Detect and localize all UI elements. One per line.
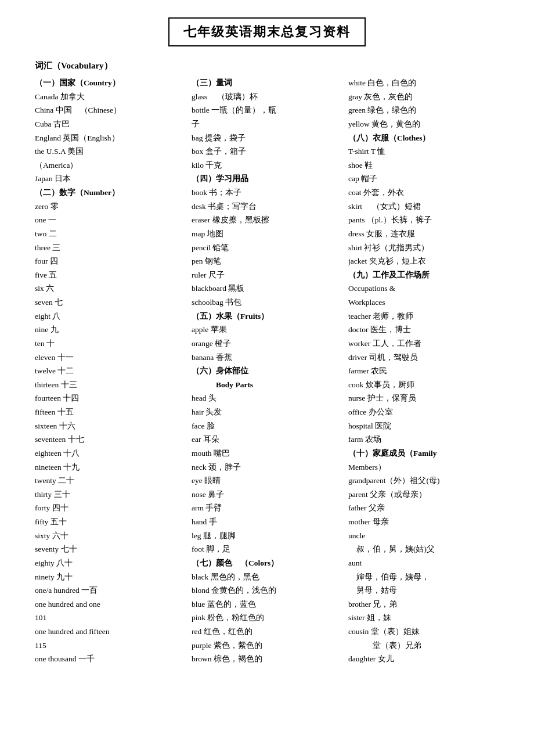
vocab-line: farm 农场 xyxy=(348,433,499,447)
vocab-line: desk 书桌；写字台 xyxy=(192,200,342,214)
content-columns: （一）国家（Country）Canada 加拿大China 中国 （Chines… xyxy=(35,76,499,666)
vocab-line: six 六 xyxy=(35,282,186,296)
vocab-line: eighty 八十 xyxy=(35,556,186,570)
vocab-line: 舅母，姑母 xyxy=(348,584,499,597)
sub-header: （六）身体部位 xyxy=(192,364,342,378)
vocab-line: green 绿色，绿色的 xyxy=(348,103,499,117)
vocab-line: nose 鼻子 xyxy=(192,488,342,502)
vocab-line: blond 金黄色的，浅色的 xyxy=(192,584,342,597)
vocab-line: fourteen 十四 xyxy=(35,391,186,405)
vocab-line: fifty 五十 xyxy=(35,515,186,529)
vocab-line: brother 兄，弟 xyxy=(348,597,499,611)
page-title: 七年级英语期末总复习资料 xyxy=(168,17,366,46)
vocab-line: ear 耳朵 xyxy=(192,433,342,447)
vocab-line: ninety 九十 xyxy=(35,570,186,584)
sub-header: （五）水果（Fruits） xyxy=(192,309,342,323)
vocab-line: zero 零 xyxy=(35,200,186,214)
vocab-line: blue 蓝色的，蓝色 xyxy=(192,597,342,611)
vocab-line: seventeen 十七 xyxy=(35,433,186,447)
sub-header: （一）国家（Country） xyxy=(35,76,186,90)
vocab-line: gray 灰色，灰色的 xyxy=(348,90,499,104)
vocab-line: thirteen 十三 xyxy=(35,378,186,392)
vocab-line: 子 xyxy=(192,117,342,131)
vocab-line: schoolbag 书包 xyxy=(192,296,342,309)
vocab-line: Japan 日本 xyxy=(35,172,186,186)
vocab-line: parent 父亲（或母亲） xyxy=(348,488,499,502)
vocab-line: nineteen 十九 xyxy=(35,460,186,474)
vocab-line: doctor 医生，博士 xyxy=(348,323,499,337)
vocab-line: bag 提袋，袋子 xyxy=(192,131,342,145)
vocab-line: aunt xyxy=(348,556,499,570)
sub-header: （二）数字（Number） xyxy=(35,186,186,200)
vocab-line: hospital 医院 xyxy=(348,419,499,433)
vocab-line: 叔，伯，舅，姨(姑)父 xyxy=(348,542,499,556)
vocab-line: daughter 女儿 xyxy=(348,652,499,666)
vocab-line: head 头 xyxy=(192,391,342,405)
vocab-line: eighteen 十八 xyxy=(35,447,186,460)
vocab-line: pink 粉色，粉红色的 xyxy=(192,611,342,625)
vocab-line: Members） xyxy=(348,460,499,474)
vocab-line: map 地图 xyxy=(192,227,342,241)
vocab-line: eye 眼睛 xyxy=(192,474,342,488)
vocab-line: father 父亲 xyxy=(348,501,499,515)
vocab-line: cap 帽子 xyxy=(348,172,499,186)
vocab-line: mouth 嘴巴 xyxy=(192,447,342,460)
vocab-line: farmer 农民 xyxy=(348,364,499,378)
vocab-line: hand 手 xyxy=(192,515,342,529)
vocab-line: pants （pl.）长裤，裤子 xyxy=(348,213,499,227)
vocab-line: nurse 护士，保育员 xyxy=(348,391,499,405)
sub-header: （九）工作及工作场所 xyxy=(348,268,499,282)
vocab-line: hair 头发 xyxy=(192,405,342,419)
vocab-line: box 盒子，箱子 xyxy=(192,145,342,159)
vocab-line: one/a hundred 一百 xyxy=(35,584,186,597)
vocab-line: England 英国（English） xyxy=(35,131,186,145)
vocab-line: sixty 六十 xyxy=(35,529,186,543)
vocab-line: eraser 橡皮擦，黑板擦 xyxy=(192,213,342,227)
vocab-line: the U.S.A 美国 xyxy=(35,145,186,159)
vocab-line: orange 橙子 xyxy=(192,337,342,351)
vocab-line: Occupations & xyxy=(348,282,499,296)
vocab-line: office 办公室 xyxy=(348,405,499,419)
vocab-line: ten 十 xyxy=(35,337,186,351)
vocab-line: one hundred and fifteen xyxy=(35,625,186,639)
vocab-line: shirt 衬衫（尤指男式） xyxy=(348,241,499,255)
vocab-line: forty 四十 xyxy=(35,501,186,515)
vocab-line: red 红色，红色的 xyxy=(192,625,342,639)
column-1: （一）国家（Country）Canada 加拿大China 中国 （Chines… xyxy=(35,76,192,666)
column-2: （三）量词glass （玻璃）杯bottle 一瓶（的量），瓶子bag 提袋，袋… xyxy=(192,76,348,666)
vocab-line: bottle 一瓶（的量），瓶 xyxy=(192,103,342,117)
vocab-line: apple 苹果 xyxy=(192,323,342,337)
vocab-line: black 黑色的，黑色 xyxy=(192,570,342,584)
vocab-line: sixteen 十六 xyxy=(35,419,186,433)
vocab-line: eleven 十一 xyxy=(35,351,186,365)
vocab-line: teacher 老师，教师 xyxy=(348,309,499,323)
vocab-line: pencil 铅笔 xyxy=(192,241,342,255)
vocab-line: grandparent（外）祖父(母) xyxy=(348,474,499,488)
vocab-line: brown 棕色，褐色的 xyxy=(192,652,342,666)
vocab-line: glass （玻璃）杯 xyxy=(192,90,342,104)
vocab-line: Canada 加拿大 xyxy=(35,90,186,104)
vocab-line: T-shirt T 恤 xyxy=(348,145,499,159)
vocab-line: 堂（表）兄弟 xyxy=(348,639,499,653)
vocabulary-header: 词汇（Vocabulary） xyxy=(35,60,499,71)
vocab-line: fifteen 十五 xyxy=(35,405,186,419)
vocab-line: 婶母，伯母，姨母， xyxy=(348,570,499,584)
vocab-line: China 中国 （Chinese） xyxy=(35,103,186,117)
sub-header: （八）衣服（Clothes） xyxy=(348,131,499,145)
sub-header: Body Parts xyxy=(192,378,342,392)
vocab-line: thirty 三十 xyxy=(35,488,186,502)
vocab-line: white 白色，白色的 xyxy=(348,76,499,90)
vocab-line: two 二 xyxy=(35,227,186,241)
vocab-line: foot 脚，足 xyxy=(192,542,342,556)
vocab-line: leg 腿，腿脚 xyxy=(192,529,342,543)
vocab-line: Cuba 古巴 xyxy=(35,117,186,131)
vocab-line: book 书；本子 xyxy=(192,186,342,200)
sub-header: （四）学习用品 xyxy=(192,172,342,186)
vocab-line: dress 女服，连衣服 xyxy=(348,227,499,241)
vocab-line: nine 九 xyxy=(35,323,186,337)
vocab-line: shoe 鞋 xyxy=(348,159,499,172)
vocab-line: three 三 xyxy=(35,241,186,255)
vocab-line: 115 xyxy=(35,639,186,653)
vocab-line: seventy 七十 xyxy=(35,542,186,556)
vocab-line: cousin 堂（表）姐妹 xyxy=(348,625,499,639)
